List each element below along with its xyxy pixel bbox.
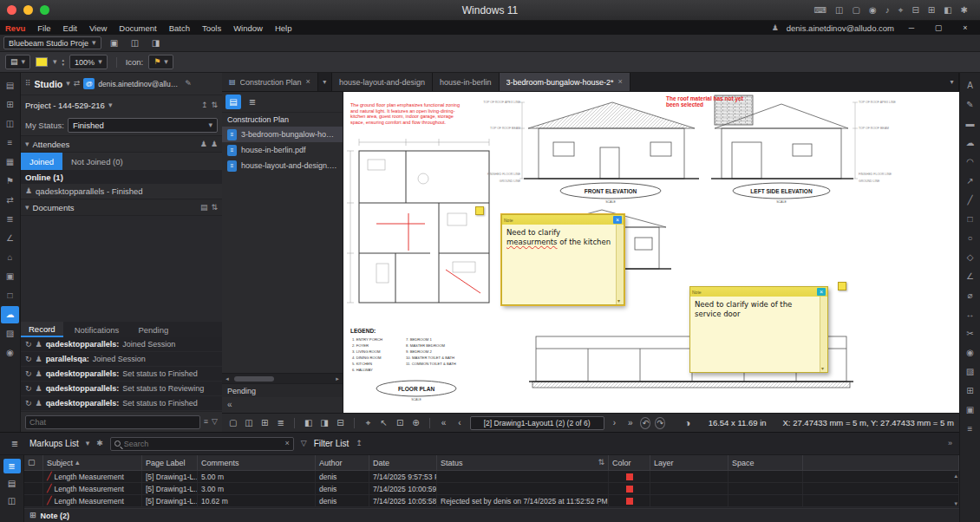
note-header[interactable]: Note ×: [690, 287, 827, 297]
close-tab-icon[interactable]: ×: [618, 78, 623, 86]
switch-session-icon[interactable]: ⇄: [74, 80, 81, 88]
export-icon[interactable]: ↥: [356, 440, 363, 447]
menu-view[interactable]: View: [89, 23, 107, 33]
keyboard-icon[interactable]: ⌨: [814, 6, 826, 15]
menu-file[interactable]: File: [37, 23, 50, 33]
share-project-icon[interactable]: ↥: [201, 101, 208, 109]
note-text[interactable]: Need to clarify wide of the service door: [690, 297, 827, 322]
more-tools-icon[interactable]: ≡: [961, 421, 979, 438]
mic-icon[interactable]: ⌖: [898, 6, 904, 15]
attendee-settings-icon[interactable]: ♟: [211, 140, 218, 148]
angle-tool-icon[interactable]: ∠: [961, 268, 979, 285]
tab-house-layout-and-design[interactable]: house-layout-and-design: [332, 73, 433, 91]
studio-account-email[interactable]: denis.ainetdinov@alludo.c...: [98, 80, 181, 88]
dark-mode-icon[interactable]: ◑: [682, 416, 693, 430]
sticky-note-kitchen[interactable]: Note × Need to clarify measurments of th…: [501, 214, 624, 305]
drag-handle-icon[interactable]: ⠿: [25, 80, 31, 88]
row-checkbox[interactable]: [24, 495, 43, 506]
my-status-select[interactable]: Finished ▾: [68, 118, 218, 133]
chevron-down-icon[interactable]: ▾: [108, 101, 113, 109]
layers-icon[interactable]: ≡: [1, 134, 19, 152]
volume-icon[interactable]: ♪: [885, 6, 890, 15]
text-tool-icon[interactable]: A: [961, 77, 979, 95]
stepper-down-icon[interactable]: ▾: [62, 62, 65, 67]
detach-view-icon[interactable]: ◨: [148, 36, 164, 50]
first-page-icon[interactable]: «: [438, 416, 449, 430]
attendees-section-header[interactable]: ▾ Attendees ♟ ♟: [21, 135, 222, 153]
menu-document[interactable]: Document: [119, 23, 156, 33]
markup-row[interactable]: ╱Length Measurement [5] Drawing1-L... 5.…: [24, 471, 959, 483]
capture-icon[interactable]: ◉: [1, 344, 19, 362]
edit-profile-icon[interactable]: ✎: [185, 80, 192, 88]
signed-in-account[interactable]: denis.ainetdinov@alludo.com: [787, 23, 894, 33]
scroll-right-icon[interactable]: ▸: [332, 375, 343, 382]
highlight-tool-icon[interactable]: ▬: [961, 115, 979, 133]
detach-window-icon[interactable]: ⊟: [335, 416, 346, 430]
clear-search-icon[interactable]: ×: [285, 440, 290, 447]
column-color[interactable]: Color: [609, 455, 650, 470]
maximize-icon[interactable]: ▢: [929, 24, 948, 32]
icon-dropdown[interactable]: ⚑ ▾: [148, 55, 173, 69]
windows-icon[interactable]: ⊞: [928, 6, 935, 15]
note-anchor-icon[interactable]: [475, 206, 484, 215]
session-tabs-dropdown-icon[interactable]: ▾: [318, 73, 332, 91]
menu-tools[interactable]: Tools: [202, 23, 221, 33]
tab-not-joined[interactable]: Not Joined (0): [62, 153, 132, 170]
scrollbar-thumb[interactable]: [234, 376, 274, 382]
cell-color[interactable]: [609, 471, 650, 482]
cell-color[interactable]: [609, 495, 650, 506]
split-vertical-icon[interactable]: ◧: [303, 416, 314, 430]
markups-list-icon[interactable]: ≣: [7, 437, 23, 451]
next-page-icon[interactable]: ›: [609, 416, 620, 430]
line-tool-icon[interactable]: ╱: [961, 192, 979, 209]
scroll-up-icon[interactable]: ▴: [954, 473, 957, 479]
column-subject[interactable]: Subject▴: [43, 455, 142, 470]
links-icon[interactable]: ⇄: [1, 192, 19, 209]
camera-icon[interactable]: ◉: [869, 6, 877, 15]
rectangle-tool-icon[interactable]: □: [961, 211, 979, 228]
expand-group-icon[interactable]: ⊞: [29, 512, 36, 519]
flags-icon[interactable]: ⚑: [1, 173, 19, 190]
menu-window[interactable]: Window: [233, 23, 263, 33]
arrow-tool-icon[interactable]: ↗: [961, 173, 979, 190]
close-icon[interactable]: ×: [956, 24, 975, 32]
markups-list-title[interactable]: Markups List: [29, 439, 79, 448]
window-icon[interactable]: ▢: [853, 6, 860, 15]
note-scrollbar[interactable]: ▾: [820, 297, 827, 372]
pending-section-header[interactable]: Pending: [222, 383, 343, 397]
chevron-down-icon[interactable]: ▾: [53, 58, 57, 66]
stamp-tool-icon[interactable]: ▣: [961, 401, 979, 419]
filter-list-label[interactable]: Filter List: [314, 439, 350, 448]
minimize-icon[interactable]: ─: [902, 24, 921, 32]
markup-row[interactable]: ╱Length Measurement [5] Drawing1-L... 10…: [24, 495, 959, 507]
view-icon[interactable]: ◧: [944, 6, 951, 15]
measure-tool-icon[interactable]: ↔: [961, 306, 979, 323]
menu-revu[interactable]: Revu: [5, 23, 25, 33]
opacity-dropdown[interactable]: 100% ▾: [69, 55, 108, 69]
markups-list-view-icon[interactable]: ≣: [3, 459, 21, 473]
chevron-down-icon[interactable]: ▾: [86, 440, 90, 447]
grid-view-icon[interactable]: ⊞: [259, 416, 271, 430]
scroll-left-icon[interactable]: ◂: [222, 375, 232, 382]
previous-page-icon[interactable]: ‹: [454, 416, 465, 430]
session-file-row[interactable]: ≡ 3-bedroom-bungalow-house.pdf: [222, 127, 343, 142]
session-documents-icon[interactable]: ▤: [225, 95, 241, 109]
open-file-icon[interactable]: ▣: [107, 36, 122, 50]
scroll-down-icon[interactable]: ▾: [954, 500, 957, 506]
studio-icon[interactable]: ☁: [1, 306, 19, 323]
spaces-icon[interactable]: ▦: [1, 153, 19, 171]
menu-batch[interactable]: Batch: [169, 23, 190, 33]
horizontal-scrollbar[interactable]: ◂ ▸: [222, 373, 343, 383]
collapse-panel-icon[interactable]: «: [222, 397, 343, 413]
row-checkbox[interactable]: [24, 483, 43, 494]
menu-help[interactable]: Help: [275, 23, 292, 33]
tab-joined[interactable]: Joined: [21, 153, 62, 170]
color-swatch[interactable]: [36, 57, 48, 67]
scroll-down-icon[interactable]: ▾: [821, 366, 824, 371]
arc-tool-icon[interactable]: ◠: [961, 153, 979, 171]
pan-tool-icon[interactable]: ⌖: [363, 416, 374, 430]
hatch-tool-icon[interactable]: ▨: [961, 363, 979, 381]
session-file-row[interactable]: ≡ house-layout-and-design.pdf: [222, 158, 343, 173]
facing-pages-view-icon[interactable]: ◫: [243, 416, 254, 430]
display-icon[interactable]: ◫: [835, 6, 843, 15]
